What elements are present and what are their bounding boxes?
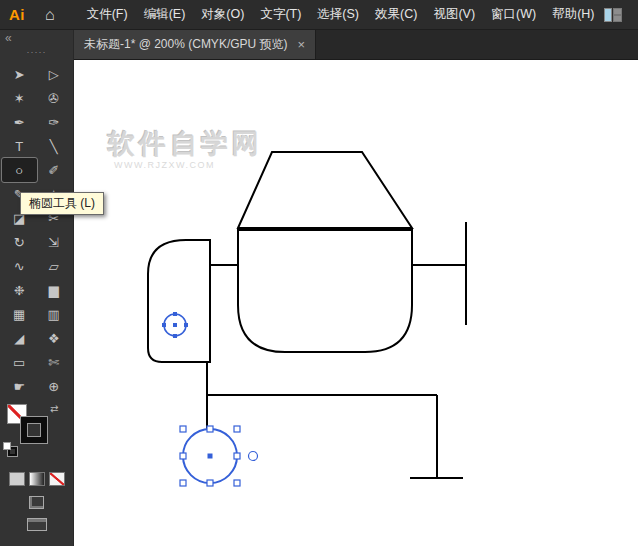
app-logo[interactable]: Ai — [0, 6, 35, 23]
bbox-handle-se[interactable] — [234, 480, 240, 486]
magic-wand-tool[interactable]: ✶ — [2, 86, 37, 110]
center-point[interactable] — [173, 323, 177, 327]
tab-close-icon[interactable]: × — [298, 37, 306, 52]
toolbar-collapse-icon[interactable]: « — [5, 31, 12, 45]
swap-fill-stroke-icon[interactable]: ⇄ — [50, 403, 58, 414]
default-fill-mini-icon — [3, 442, 11, 450]
hand-tool[interactable]: ☛ — [2, 374, 37, 398]
bbox-handle-nw[interactable] — [180, 426, 186, 432]
mesh-tool[interactable]: ▦ — [2, 302, 37, 326]
menu-item-6[interactable]: 视图(V) — [425, 2, 483, 27]
artwork-svg — [74, 60, 638, 546]
graph-tool[interactable]: ▆ — [37, 278, 72, 302]
bbox-handle-s[interactable] — [207, 480, 213, 486]
anchor-handle[interactable] — [173, 312, 177, 316]
draw-mode-button[interactable] — [29, 496, 44, 509]
artwork-motor-housing[interactable] — [148, 240, 210, 362]
menu-item-5[interactable]: 效果(C) — [367, 2, 425, 27]
paint-style-row — [0, 472, 73, 486]
toolbar-header: « ····· — [0, 30, 74, 60]
document-tab[interactable]: 未标题-1* @ 200% (CMYK/GPU 预览) × — [74, 30, 316, 59]
center-point[interactable] — [208, 454, 213, 459]
default-fill-stroke-icon[interactable] — [3, 442, 17, 456]
direct-selection-tool[interactable]: ▷ — [37, 62, 72, 86]
menu-item-7[interactable]: 窗口(W) — [483, 2, 544, 27]
eyedropper-tool[interactable]: ◢ — [2, 326, 37, 350]
menu-item-2[interactable]: 对象(O) — [193, 2, 252, 27]
anchor-handle[interactable] — [173, 334, 177, 338]
zoom-tool[interactable]: ⊕ — [37, 374, 72, 398]
slice-tool[interactable]: ✄ — [37, 350, 72, 374]
curvature-tool[interactable]: ✑ — [37, 110, 72, 134]
menu-item-0[interactable]: 文件(F) — [79, 2, 136, 27]
pen-tool[interactable]: ✒ — [2, 110, 37, 134]
bbox-handle-e[interactable] — [234, 453, 240, 459]
menu-item-4[interactable]: 选择(S) — [309, 2, 367, 27]
workspace-switcher-icon[interactable] — [604, 8, 622, 22]
artwork-big-circle-selection[interactable] — [180, 426, 258, 486]
artboard-tool[interactable]: ▭ — [2, 350, 37, 374]
lasso-tool[interactable]: ✇ — [37, 86, 72, 110]
swatch-area: ⇄ — [0, 402, 73, 466]
anchor-handle[interactable] — [184, 323, 188, 327]
selection-tool[interactable]: ➤ — [2, 62, 37, 86]
bbox-handle-sw[interactable] — [180, 480, 186, 486]
anchor-handle[interactable] — [162, 323, 166, 327]
gradient-tool[interactable]: ▥ — [37, 302, 72, 326]
gradient-button[interactable] — [29, 472, 45, 486]
menu-item-1[interactable]: 编辑(E) — [136, 2, 194, 27]
blend-tool[interactable]: ❖ — [37, 326, 72, 350]
ellipse-tool[interactable]: ○ — [2, 158, 37, 182]
toolbar-grip-handle[interactable]: ····· — [0, 47, 73, 57]
mode-area — [0, 496, 73, 531]
none-button[interactable] — [49, 472, 65, 486]
tool-grid: ➤▷✶✇✒✑T╲○✐✎✧◪✂↻⇲∿▱❉▆▦▥◢❖▭✄☛⊕ — [0, 60, 73, 398]
rotate-tool[interactable]: ↻ — [2, 230, 37, 254]
tab-row: « ····· 未标题-1* @ 200% (CMYK/GPU 预览) × — [0, 30, 638, 60]
corner-widget[interactable] — [249, 452, 258, 461]
color-button[interactable] — [9, 472, 25, 486]
free-transform-tool[interactable]: ▱ — [37, 254, 72, 278]
tools-panel: ➤▷✶✇✒✑T╲○✐✎✧◪✂↻⇲∿▱❉▆▦▥◢❖▭✄☛⊕ ⇄ — [0, 60, 74, 546]
menu-bar: Ai ⌂ 文件(F)编辑(E)对象(O)文字(T)选择(S)效果(C)视图(V)… — [0, 0, 638, 30]
artwork-drum-top[interactable] — [238, 152, 412, 228]
artboard-canvas[interactable]: 软件自学网 WWW.RJZXW.COM — [74, 60, 638, 546]
scale-tool[interactable]: ⇲ — [37, 230, 72, 254]
bbox-handle-ne[interactable] — [234, 426, 240, 432]
menu-item-3[interactable]: 文字(T) — [252, 2, 309, 27]
bbox-handle-n[interactable] — [207, 426, 213, 432]
stroke-swatch[interactable] — [21, 417, 47, 443]
width-tool[interactable]: ∿ — [2, 254, 37, 278]
screen-mode-button[interactable] — [27, 518, 47, 531]
type-tool[interactable]: T — [2, 134, 37, 158]
menu-list: 文件(F)编辑(E)对象(O)文字(T)选择(S)效果(C)视图(V)窗口(W)… — [79, 2, 603, 27]
paintbrush-tool[interactable]: ✐ — [37, 158, 72, 182]
artwork-drum-body[interactable] — [238, 230, 412, 352]
bbox-handle-w[interactable] — [180, 453, 186, 459]
tooltip-ellipse-tool: 椭圆工具 (L) — [20, 192, 104, 215]
document-tab-title: 未标题-1* @ 200% (CMYK/GPU 预览) — [84, 36, 288, 53]
menu-item-8[interactable]: 帮助(H) — [544, 2, 602, 27]
tab-strip: 未标题-1* @ 200% (CMYK/GPU 预览) × — [74, 30, 638, 60]
line-segment-tool[interactable]: ╲ — [37, 134, 72, 158]
home-icon[interactable]: ⌂ — [35, 6, 65, 24]
symbol-sprayer-tool[interactable]: ❉ — [2, 278, 37, 302]
